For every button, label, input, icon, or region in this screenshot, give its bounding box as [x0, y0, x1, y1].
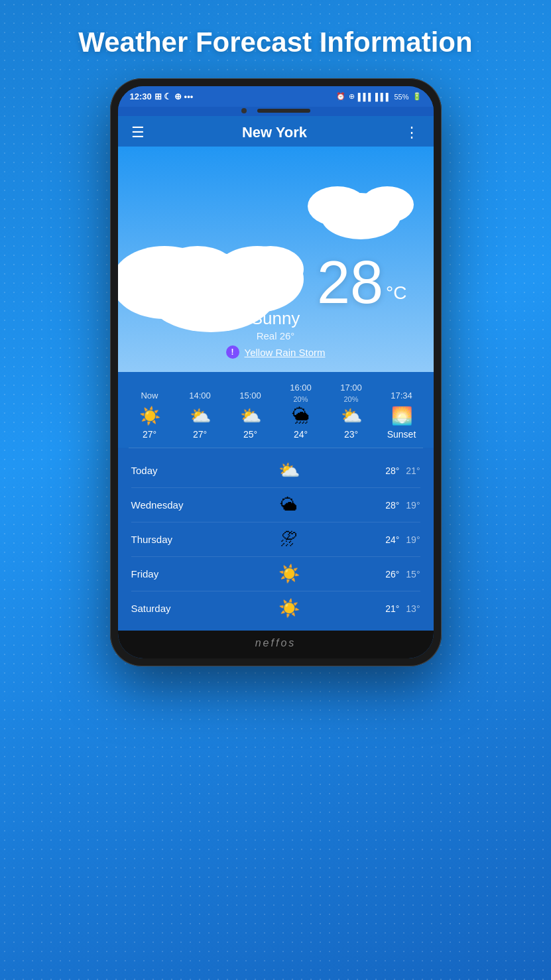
temperature-value: 28	[317, 253, 383, 312]
day-name: Saturday	[131, 603, 211, 614]
hour-temp: 24°	[294, 429, 308, 440]
status-time: 12:30	[130, 92, 152, 101]
daily-row: Thursday ⛈ 24° 19°	[131, 522, 420, 557]
sky-section: 28°C Sunny Real 26° ! Yellow Rain Storm	[118, 147, 434, 372]
signal-icon: ▌▌▌ ▌▌▌	[358, 93, 391, 101]
cloud-shape-5	[237, 246, 304, 292]
weather-description-block: Sunny Real 26° ! Yellow Rain Storm	[118, 308, 434, 359]
phone-screen: 12:30 ⊞ ☾ ⊕ ••• ⏰ ⊕ ▌▌▌ ▌▌▌ 55% 🔋 ☰ New …	[118, 86, 434, 658]
day-icon: ☀️	[211, 564, 367, 584]
cloud-shape-4	[158, 246, 237, 299]
hourly-item: 17:00 20% ⛅ 23°	[332, 383, 371, 440]
hour-weather-icon: ⛅	[240, 406, 261, 426]
hour-weather-icon: ⛅	[341, 406, 362, 426]
status-right: ⏰ ⊕ ▌▌▌ ▌▌▌ 55% 🔋	[336, 92, 422, 101]
day-temps: 26° 15°	[367, 569, 420, 580]
hour-temp: 27°	[143, 429, 156, 440]
condition-text: Sunny	[251, 308, 300, 329]
day-temps: 28° 21°	[367, 465, 420, 476]
hour-temp: 23°	[344, 429, 358, 440]
daily-forecast: Today ⛅ 28° 21° Wednesday 🌥 28° 19° Thur…	[118, 448, 434, 631]
alert-icon: !	[226, 345, 239, 359]
day-temps: 24° 19°	[367, 534, 420, 545]
day-name: Today	[131, 465, 211, 476]
phone-notch	[118, 107, 434, 116]
day-icon: 🌥	[211, 495, 367, 515]
hour-time: 17:34	[391, 391, 412, 400]
alarm-icon: ⏰	[336, 92, 345, 101]
day-name: Thursday	[131, 534, 211, 545]
day-min-temp: 19°	[406, 500, 420, 511]
day-name: Friday	[131, 568, 211, 580]
day-min-temp: 15°	[406, 569, 420, 580]
more-button[interactable]: ⋮	[404, 124, 420, 141]
hour-rain-pct: 20%	[343, 395, 358, 403]
camera-dot	[241, 108, 247, 113]
day-icon: ⛈	[211, 529, 367, 550]
alert-text: Yellow Rain Storm	[245, 347, 326, 358]
day-name: Wednesday	[131, 499, 211, 511]
page-title: Weather Forecast Information	[78, 27, 472, 58]
hourly-forecast: Now ☀️ 27° 14:00 ⛅ 27° 15:00 ⛅ 25° 16:00…	[118, 372, 434, 448]
hour-temp: Sunset	[387, 429, 416, 440]
speaker-bar	[257, 109, 310, 113]
hour-time: 16:00	[290, 383, 312, 393]
daily-row: Today ⛅ 28° 21°	[131, 454, 420, 488]
daily-row: Wednesday 🌥 28° 19°	[131, 488, 420, 522]
status-left: 12:30 ⊞ ☾ ⊕ •••	[130, 92, 194, 101]
app-header: ☰ New York ⋮	[118, 116, 434, 147]
status-bar: 12:30 ⊞ ☾ ⊕ ••• ⏰ ⊕ ▌▌▌ ▌▌▌ 55% 🔋	[118, 86, 434, 107]
phone-brand: neffos	[118, 631, 434, 658]
daily-row: Friday ☀️ 26° 15°	[131, 557, 420, 591]
hour-temp: 27°	[193, 429, 207, 440]
hourly-item: 14:00 ⛅ 27°	[180, 391, 220, 440]
day-min-temp: 21°	[406, 465, 420, 476]
hourly-item: 17:34 🌅 Sunset	[382, 391, 422, 440]
hour-time: Now	[141, 391, 158, 400]
hourly-item: Now ☀️ 27°	[130, 391, 170, 440]
cloud-right	[308, 173, 434, 239]
day-max-temp: 26°	[385, 569, 399, 580]
daily-row: Saturday ☀️ 21° 13°	[131, 591, 420, 625]
hour-time: 15:00	[239, 391, 261, 400]
day-min-temp: 13°	[406, 603, 420, 614]
hour-rain-pct: 20%	[293, 395, 308, 403]
day-icon: ☀️	[211, 598, 367, 619]
temperature-block: 28°C	[317, 253, 407, 312]
day-max-temp: 24°	[385, 534, 399, 545]
hour-time: 14:00	[189, 391, 211, 400]
hour-weather-icon: 🌅	[391, 406, 412, 426]
brand-name: neffos	[255, 637, 296, 648]
hour-weather-icon: ⛅	[190, 406, 211, 426]
hour-temp: 25°	[243, 429, 257, 440]
wifi-icon: ⊕	[349, 92, 355, 101]
hourly-item: 16:00 20% 🌦 24°	[281, 383, 321, 440]
cloud-right-3	[361, 186, 414, 223]
day-max-temp: 28°	[385, 500, 399, 511]
day-icon: ⛅	[211, 460, 367, 481]
temperature-unit: °C	[386, 282, 406, 303]
real-feel: Real 26°	[257, 330, 295, 341]
hour-weather-icon: ☀️	[139, 406, 160, 426]
day-temps: 21° 13°	[367, 603, 420, 614]
alert-row[interactable]: ! Yellow Rain Storm	[226, 345, 326, 359]
status-icons-left: ⊞ ☾ ⊕ •••	[154, 92, 194, 101]
hour-weather-icon: 🌦	[292, 406, 310, 426]
hour-time: 17:00	[340, 383, 362, 393]
cloud-right-2	[308, 186, 367, 226]
battery-icon: 🔋	[412, 92, 422, 101]
battery-level: 55%	[394, 93, 408, 101]
day-temps: 28° 19°	[367, 500, 420, 511]
menu-button[interactable]: ☰	[131, 124, 145, 141]
hourly-item: 15:00 ⛅ 25°	[231, 391, 271, 440]
day-min-temp: 19°	[406, 534, 420, 545]
city-name: New York	[242, 124, 307, 141]
day-max-temp: 21°	[385, 603, 399, 614]
day-max-temp: 28°	[385, 465, 399, 476]
phone-device: 12:30 ⊞ ☾ ⊕ ••• ⏰ ⊕ ▌▌▌ ▌▌▌ 55% 🔋 ☰ New …	[110, 78, 442, 666]
